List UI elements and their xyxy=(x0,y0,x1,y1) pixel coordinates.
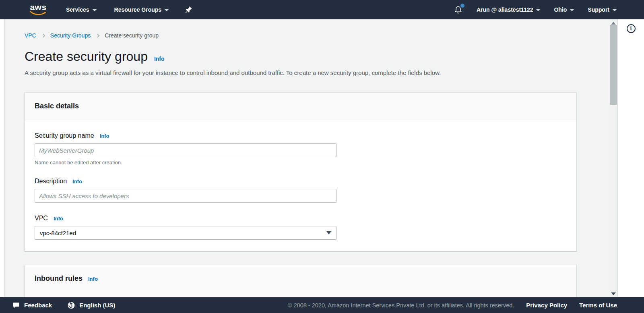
description-label: Description xyxy=(35,178,67,185)
main-area: VPC Security Groups Create security grou… xyxy=(0,19,644,297)
inbound-rules-body xyxy=(25,292,576,297)
chevron-down-icon xyxy=(570,9,574,11)
security-group-name-field-group: Security group name Info Name cannot be … xyxy=(35,132,567,166)
top-navbar: aws Services Resource Groups Aru xyxy=(0,0,644,19)
speech-bubble-icon xyxy=(12,301,20,309)
inbound-rules-header: Inbound rules Info xyxy=(25,265,576,292)
basic-details-card: Basic details Security group name Info N… xyxy=(25,92,577,251)
description-field-group: Description Info xyxy=(35,178,567,203)
inbound-rules-title: Inbound rules xyxy=(35,274,83,284)
chevron-right-icon xyxy=(96,33,100,37)
vpc-label: VPC xyxy=(35,215,48,222)
basic-details-title: Basic details xyxy=(35,101,79,111)
security-group-name-label: Security group name xyxy=(35,132,94,139)
vpc-field-group: VPC Info vpc-84cf21ed xyxy=(35,215,567,240)
security-group-name-input[interactable] xyxy=(35,143,336,157)
page-description: A security group acts as a virtual firew… xyxy=(25,69,609,76)
region-menu[interactable]: Ohio xyxy=(554,6,574,13)
breadcrumb-vpc-link[interactable]: VPC xyxy=(25,32,36,39)
resource-groups-menu[interactable]: Resource Groups xyxy=(114,6,169,13)
page-title-info-link[interactable]: Info xyxy=(154,56,165,62)
chevron-down-icon xyxy=(613,9,617,11)
security-group-name-info-link[interactable]: Info xyxy=(100,133,109,139)
breadcrumb-security-groups-link[interactable]: Security Groups xyxy=(50,32,91,39)
page-title: Create security group xyxy=(25,49,148,64)
globe-icon xyxy=(67,301,75,309)
notifications-button[interactable] xyxy=(454,5,463,15)
privacy-policy-link[interactable]: Privacy Policy xyxy=(526,302,567,309)
vertical-scrollbar[interactable] xyxy=(609,19,618,297)
vpc-info-link[interactable]: Info xyxy=(54,216,63,222)
notification-badge xyxy=(460,4,464,8)
vpc-selected-value: vpc-84cf21ed xyxy=(40,230,76,236)
vpc-select[interactable]: vpc-84cf21ed xyxy=(35,226,336,240)
collapsed-side-panel xyxy=(0,19,5,297)
basic-details-header: Basic details xyxy=(25,93,576,120)
security-group-name-helper: Name cannot be edited after creation. xyxy=(35,160,567,166)
info-circle-icon[interactable]: i xyxy=(627,24,636,33)
description-input[interactable] xyxy=(35,189,336,203)
chevron-down-icon xyxy=(93,9,97,11)
copyright-text: © 2008 - 2020, Amazon Internet Services … xyxy=(288,302,514,309)
inbound-rules-card: Inbound rules Info xyxy=(25,265,577,297)
scrollbar-up-arrow-icon[interactable] xyxy=(611,22,616,25)
pushpin-icon xyxy=(185,5,193,14)
inbound-rules-info-link[interactable]: Info xyxy=(88,276,98,282)
footer-bar: Feedback English (US) © 2008 - 2020, Ama… xyxy=(0,297,644,313)
select-caret-icon xyxy=(326,231,331,234)
chevron-right-icon xyxy=(41,33,45,37)
content-area: VPC Security Groups Create security grou… xyxy=(5,19,609,297)
aws-logo-text: aws xyxy=(30,4,46,11)
scrollbar-thumb[interactable] xyxy=(610,25,617,105)
support-menu[interactable]: Support xyxy=(588,6,617,13)
language-selector[interactable]: English (US) xyxy=(67,301,115,309)
pin-shortcut-button[interactable] xyxy=(185,5,193,14)
aws-smile-icon xyxy=(30,11,47,16)
chevron-down-icon xyxy=(165,9,169,11)
terms-of-use-link[interactable]: Terms of Use xyxy=(579,302,617,309)
feedback-button[interactable]: Feedback xyxy=(12,301,52,309)
breadcrumb: VPC Security Groups Create security grou… xyxy=(25,32,609,39)
chevron-down-icon xyxy=(536,9,540,11)
account-menu[interactable]: Arun @ aliastest1122 xyxy=(477,6,541,13)
help-panel-strip: i xyxy=(618,19,644,297)
services-menu[interactable]: Services xyxy=(66,6,97,13)
aws-logo[interactable]: aws xyxy=(30,4,47,16)
scrollbar-down-arrow-icon[interactable] xyxy=(611,292,616,295)
breadcrumb-current: Create security group xyxy=(105,32,159,39)
description-info-link[interactable]: Info xyxy=(72,178,82,184)
